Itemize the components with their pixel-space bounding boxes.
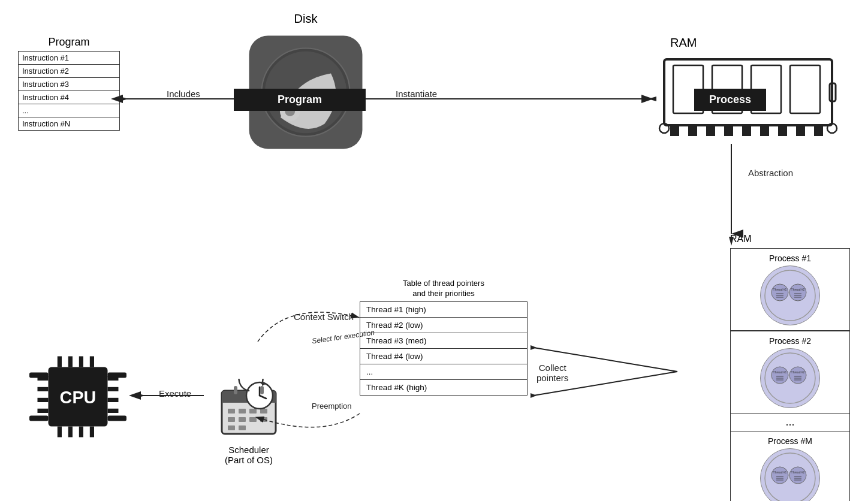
thread-table: Thread #1 (high) Thread #2 (low) Thread … xyxy=(360,301,528,396)
preemption-label: Preemption xyxy=(312,402,351,411)
svg-rect-45 xyxy=(29,416,49,421)
process-m-circle: Thread #1 Thread #2 xyxy=(760,448,820,501)
svg-rect-43 xyxy=(108,409,119,413)
svg-point-96 xyxy=(789,467,806,484)
svg-rect-30 xyxy=(79,357,83,367)
thread-row-1: Thread #1 (high) xyxy=(360,302,527,318)
svg-rect-18 xyxy=(814,125,823,136)
svg-text:CPU: CPU xyxy=(60,388,97,407)
thread-row-dots: ... xyxy=(360,364,527,380)
process-1-entry: Process #1 Thread #1 Thread #2 xyxy=(730,248,850,331)
collect-arrowhead-2 xyxy=(531,393,537,398)
svg-rect-51 xyxy=(228,409,235,414)
svg-rect-10 xyxy=(670,125,679,136)
svg-text:Thread #1: Thread #1 xyxy=(773,470,787,474)
svg-rect-67 xyxy=(260,386,264,394)
thread-table-section: Table of thread pointers and their prior… xyxy=(360,279,528,396)
instruction-1: Instruction #1 xyxy=(19,52,119,65)
svg-rect-17 xyxy=(796,125,805,136)
process-m-threads-icon: Thread #1 Thread #2 xyxy=(763,451,817,501)
svg-point-85 xyxy=(789,367,806,384)
instruction-3: Instruction #3 xyxy=(19,78,119,91)
svg-rect-13 xyxy=(724,125,733,136)
process-1-circle: Thread #1 Thread #2 xyxy=(760,265,820,325)
svg-rect-52 xyxy=(239,409,246,414)
thread-table-title: Table of thread pointers and their prior… xyxy=(360,279,528,299)
svg-rect-16 xyxy=(778,125,787,136)
svg-rect-38 xyxy=(38,398,49,402)
svg-rect-15 xyxy=(760,125,769,136)
process-m-entry: Process #M Thread #1 Thread #2 xyxy=(730,431,850,501)
scheduler-section: Scheduler(Part of OS) xyxy=(204,379,294,465)
scheduler-icon xyxy=(219,379,279,439)
svg-rect-66 xyxy=(234,386,237,394)
process-bar: Process xyxy=(694,89,766,111)
svg-rect-47 xyxy=(108,416,127,421)
svg-rect-58 xyxy=(260,417,267,422)
process-2-circle: Thread #1 Thread #2 xyxy=(760,348,820,408)
svg-rect-54 xyxy=(260,409,267,414)
diagram: Program Instruction #1 Instruction #2 In… xyxy=(0,0,868,501)
svg-rect-28 xyxy=(58,357,62,367)
svg-point-80 xyxy=(771,367,788,384)
instruction-4: Instruction #4 xyxy=(19,91,119,104)
svg-rect-11 xyxy=(688,125,697,136)
scheduler-label: Scheduler(Part of OS) xyxy=(204,445,294,465)
execute-arrowhead xyxy=(137,393,145,398)
process-list-section: RAM Process #1 Thread #1 Thread #2 xyxy=(730,234,850,501)
svg-rect-37 xyxy=(38,387,49,391)
ram-top-label: RAM xyxy=(670,36,850,50)
svg-rect-22 xyxy=(790,65,820,113)
svg-rect-56 xyxy=(239,417,246,422)
svg-text:Thread #1: Thread #1 xyxy=(773,288,787,291)
svg-text:Thread #1: Thread #1 xyxy=(773,370,787,374)
svg-text:Thread #2: Thread #2 xyxy=(791,470,805,474)
svg-rect-39 xyxy=(38,409,49,413)
program-title: Program xyxy=(18,36,120,49)
program-section: Program Instruction #1 Instruction #2 In… xyxy=(18,36,120,131)
svg-text:Thread #2: Thread #2 xyxy=(791,370,805,374)
process-1-threads-icon: Thread #1 Thread #2 xyxy=(763,268,817,322)
svg-rect-32 xyxy=(58,427,62,437)
svg-rect-60 xyxy=(239,425,246,430)
thread-row-2: Thread #2 (low) xyxy=(360,318,527,333)
svg-rect-53 xyxy=(249,409,257,414)
cpu-section: CPU xyxy=(18,343,138,453)
instruction-dots: ... xyxy=(19,104,119,117)
instantiate-label: Instantiate xyxy=(396,89,437,99)
svg-rect-12 xyxy=(706,125,715,136)
process-m-label: Process #M xyxy=(733,436,847,446)
process-2-label: Process #2 xyxy=(733,336,847,346)
process-2-entry: Process #2 Thread #1 Thread #2 xyxy=(730,331,850,414)
collect-pointers-label: Collect pointers xyxy=(537,363,568,383)
svg-rect-44 xyxy=(29,373,49,378)
program-table: Instruction #1 Instruction #2 Instructio… xyxy=(18,51,120,131)
thread-row-3: Thread #3 (med) xyxy=(360,333,527,349)
execute-label: Execute xyxy=(159,388,191,399)
svg-rect-33 xyxy=(68,427,73,437)
thread-row-k: Thread #K (high) xyxy=(360,380,527,395)
svg-rect-46 xyxy=(108,373,127,378)
cpu-icon: CPU xyxy=(24,343,132,451)
abstraction-label: Abstraction xyxy=(748,168,793,178)
process-1-label: Process #1 xyxy=(733,253,847,263)
svg-point-69 xyxy=(771,284,788,301)
context-switch-label: Context Switch xyxy=(294,312,354,322)
collect-arrowhead-1 xyxy=(531,345,537,350)
svg-rect-57 xyxy=(249,417,257,422)
svg-rect-41 xyxy=(108,387,119,391)
instruction-2: Instruction #2 xyxy=(19,65,119,78)
svg-rect-55 xyxy=(228,417,235,422)
includes-label: Includes xyxy=(167,89,200,99)
svg-rect-34 xyxy=(79,427,83,437)
svg-rect-59 xyxy=(228,425,235,430)
ram-top-section: RAM xyxy=(646,36,850,140)
includes-arrowhead xyxy=(120,96,128,101)
program-bar: Program xyxy=(234,89,366,111)
svg-point-91 xyxy=(771,467,788,484)
svg-rect-31 xyxy=(90,357,94,367)
svg-rect-29 xyxy=(68,357,73,367)
disk-section: Disk xyxy=(228,12,384,158)
process-dots: ... xyxy=(730,414,850,431)
svg-rect-14 xyxy=(742,125,751,136)
